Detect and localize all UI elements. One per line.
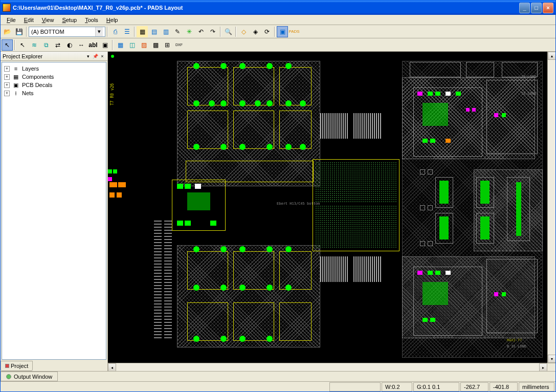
- pad: [428, 241, 433, 246]
- edit-button[interactable]: ✎: [172, 26, 183, 37]
- pad: [502, 292, 506, 296]
- tree-item-components[interactable]: + ▦ Components: [4, 73, 104, 81]
- close-button[interactable]: ×: [543, 3, 553, 13]
- pad: [285, 144, 292, 150]
- pad: [422, 139, 428, 143]
- tree-item-layers[interactable]: + ≡ Layers: [4, 64, 104, 73]
- menu-setup[interactable]: Setup: [58, 16, 81, 24]
- options-button[interactable]: ▦: [137, 26, 148, 37]
- pad: [494, 113, 498, 117]
- pad: [266, 246, 273, 252]
- dxf-button[interactable]: DXF: [173, 39, 185, 51]
- radial-button[interactable]: ◐: [64, 39, 75, 51]
- pad: [430, 318, 435, 322]
- bga-array: [315, 205, 397, 249]
- expand-icon[interactable]: +: [4, 66, 10, 72]
- display-colors-button[interactable]: ▤: [148, 26, 160, 37]
- silkscreen-text: MAXI-T7: [507, 338, 522, 342]
- decals-icon: ▣: [12, 81, 20, 89]
- expand-icon[interactable]: +: [4, 91, 10, 96]
- minimize-button[interactable]: _: [519, 3, 530, 13]
- pcb-canvas[interactable]: T7 R0 v26: [108, 52, 547, 363]
- tab-project[interactable]: Project: [1, 361, 33, 371]
- tree-label: Components: [22, 74, 54, 80]
- verify-button[interactable]: ✳: [184, 26, 195, 37]
- expand-icon[interactable]: +: [4, 74, 10, 80]
- tab-output-window[interactable]: Output Window: [1, 372, 58, 381]
- text-button[interactable]: abl: [87, 39, 99, 51]
- tree-item-nets[interactable]: + ⫲ Nets: [4, 89, 104, 97]
- pad: [113, 169, 117, 173]
- pad: [466, 108, 470, 112]
- maximize-button[interactable]: □: [531, 3, 542, 13]
- eco-button[interactable]: ▨: [138, 39, 149, 51]
- menu-tools[interactable]: Tools: [81, 16, 102, 24]
- menu-help[interactable]: Help: [102, 16, 122, 24]
- connector: [154, 221, 162, 338]
- board-button[interactable]: ◇: [238, 26, 249, 37]
- bga-button[interactable]: ⊞: [162, 39, 173, 51]
- pad: [422, 318, 428, 322]
- save-button[interactable]: 💾: [13, 26, 25, 37]
- logic-button[interactable]: PADS: [288, 26, 300, 37]
- redo-button[interactable]: ↷: [207, 26, 218, 37]
- router-button[interactable]: ▣: [277, 26, 288, 37]
- layer-combo[interactable]: (A) BOTTOM ▾: [29, 27, 105, 37]
- open-button[interactable]: 📂: [2, 26, 13, 37]
- expand-icon[interactable]: +: [4, 82, 10, 88]
- redraw-button[interactable]: ⟳: [261, 26, 273, 37]
- pad: [417, 271, 422, 275]
- tree-label: Nets: [22, 90, 34, 96]
- scroll-down-button[interactable]: ▾: [548, 355, 555, 363]
- design-button[interactable]: ▩: [150, 39, 161, 51]
- panel-pin-button[interactable]: 📌: [92, 53, 98, 59]
- component: [480, 216, 490, 239]
- tree-item-decals[interactable]: + ▣ PCB Decals: [4, 81, 104, 89]
- component-outline: [186, 161, 314, 182]
- select-button[interactable]: ↖: [2, 39, 13, 51]
- drafting-button[interactable]: ▦: [115, 39, 126, 51]
- pad: [417, 92, 422, 96]
- menu-view[interactable]: View: [38, 16, 58, 24]
- project-explorer-button[interactable]: ☰: [121, 26, 132, 37]
- vertical-scrollbar[interactable]: ▴ ▾: [547, 52, 555, 363]
- scroll-up-button[interactable]: ▴: [548, 52, 555, 60]
- pad: [220, 336, 227, 342]
- pad: [428, 271, 433, 275]
- scroll-right-button[interactable]: ▸: [539, 363, 547, 371]
- zoom-button[interactable]: 🔍: [223, 26, 234, 37]
- menu-edit[interactable]: Edit: [20, 16, 38, 24]
- status-x: -262.7: [460, 382, 488, 391]
- component-outline: [279, 111, 312, 149]
- layer-pair-button[interactable]: ⧉: [40, 39, 52, 51]
- ecm-button[interactable]: ▣: [99, 39, 110, 51]
- panel-menu-button[interactable]: ▾: [85, 53, 91, 59]
- pad: [209, 100, 215, 106]
- horizontal-scrollbar[interactable]: ◂ ▸: [108, 363, 555, 371]
- tab-label: Output Window: [14, 374, 52, 380]
- menu-file[interactable]: File: [3, 16, 20, 24]
- pad: [300, 100, 306, 106]
- silkscreen-text: IE LOND: [521, 92, 537, 96]
- extents-button[interactable]: ◈: [250, 26, 261, 37]
- layer-combo-value: (A) BOTTOM: [31, 29, 64, 35]
- undo-button[interactable]: ↶: [195, 26, 207, 37]
- swap-button[interactable]: ⇄: [52, 39, 63, 51]
- pad: [266, 63, 273, 69]
- layer-stack-button[interactable]: ≋: [29, 39, 40, 51]
- pad: [193, 144, 199, 150]
- panel-close-button[interactable]: ×: [99, 53, 105, 59]
- move-button[interactable]: ↔: [76, 39, 87, 51]
- connector: [320, 113, 348, 139]
- panel-title: Project Explorer: [3, 53, 42, 59]
- titlebar: C:\Users\awr01\Desktop\MAXI_T7_R0_v26p.p…: [1, 1, 555, 15]
- output-window-button[interactable]: ⎙: [109, 26, 121, 37]
- pad: [193, 100, 199, 106]
- scroll-left-button[interactable]: ◂: [108, 363, 116, 371]
- dimension-button[interactable]: ◫: [126, 39, 138, 51]
- pad: [428, 169, 433, 175]
- pad: [446, 139, 451, 143]
- status-button[interactable]: ▥: [160, 26, 171, 37]
- project-tree[interactable]: + ≡ Layers + ▦ Components + ▣ PCB Decals…: [2, 62, 106, 360]
- select-arrow-button[interactable]: ↖: [17, 39, 28, 51]
